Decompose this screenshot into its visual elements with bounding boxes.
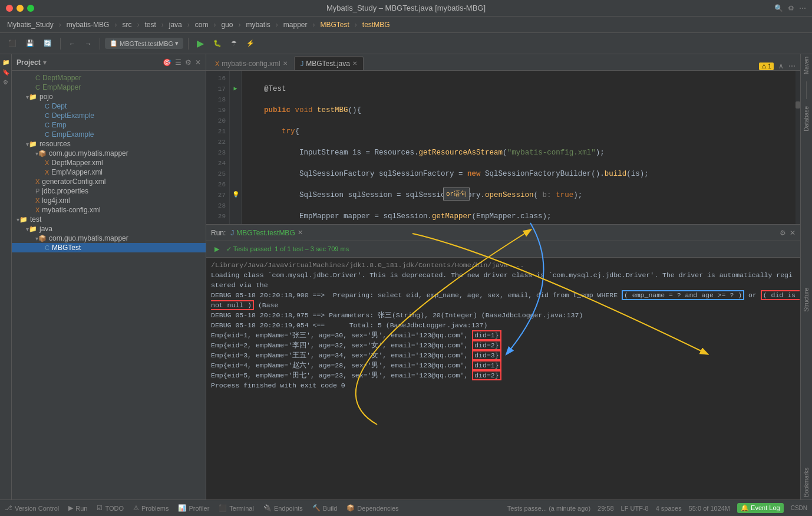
run-tab[interactable]: J MBGTest.testMBG ✕ (230, 229, 302, 237)
sidebar-item-log4j[interactable]: X log4j.xml (12, 196, 206, 205)
sidebar-gear-icon[interactable]: ⚙ (185, 58, 192, 67)
structure-label[interactable]: Structure (803, 288, 810, 312)
breadcrumb-test[interactable]: test (142, 19, 158, 30)
status-run[interactable]: ▶ Run (68, 504, 87, 512)
sidebar-item-java[interactable]: ▾ 📁 java (12, 224, 206, 234)
xml-tab-icon: X (215, 60, 219, 67)
status-profiler[interactable]: 📊 Profiler (178, 504, 209, 512)
sidebar-item-empexample[interactable]: C EmpExample (12, 130, 206, 139)
title-bar-right: 🔍 ⚙ ⋯ (774, 4, 806, 12)
status-todo[interactable]: ☑ TODO (97, 504, 124, 512)
breadcrumb-guo[interactable]: guo (219, 19, 235, 30)
sidebar-item-test-mapper-pkg[interactable]: ▾ 📦 com.guo.mybatis.mapper (12, 234, 206, 243)
breadcrumb-testmbg[interactable]: testMBG (360, 19, 392, 30)
code-line-16: @Test (246, 84, 796, 94)
main-content: 📁 🔖 ⚙ Project ▾ 🎯 ☰ ⚙ ✕ C DeptMapper (0, 54, 812, 499)
search-icon[interactable]: 🔍 (774, 4, 783, 12)
breadcrumb-src[interactable]: src (120, 19, 134, 30)
settings-icon[interactable]: ⚙ (788, 4, 794, 12)
sidebar-item-empmapper-xml[interactable]: X EmpMapper.xml (12, 167, 206, 177)
sidebar-item-test[interactable]: ▾ 📁 test (12, 215, 206, 224)
tree-item-deptmapper-xml: DeptMapper.xml (51, 159, 103, 167)
sidebar-item-generatorconfig[interactable]: X generatorConfig.xml (12, 177, 206, 186)
left-strip-icon-3[interactable]: ⚙ (3, 79, 8, 86)
run-close-icon[interactable]: ✕ (790, 229, 796, 237)
event-log-badge[interactable]: 🔔 Event Log (737, 503, 784, 513)
editor-scrollbar[interactable] (796, 71, 800, 224)
status-dependencies[interactable]: 📦 Dependencies (346, 504, 398, 512)
status-endpoints-label: Endpoints (274, 505, 303, 512)
sidebar-dropdown-icon[interactable]: ▾ (43, 58, 47, 67)
breadcrumb-com[interactable]: com (193, 19, 211, 30)
run-tab-close[interactable]: ✕ (298, 229, 303, 236)
sidebar-item-empmapper[interactable]: C EmpMapper (12, 83, 206, 92)
tab-mbgtest[interactable]: J MBGTest.java ✕ (294, 56, 364, 70)
code-content[interactable]: @Test public void testMBG(){ try{ InputS… (242, 71, 800, 224)
breadcrumb-project[interactable]: Mybatis_Study (5, 19, 56, 30)
run-header: Run: J MBGTest.testMBG ✕ ⚙ ✕ (206, 225, 800, 241)
sidebar-item-resources[interactable]: ▾ 📁 resources (12, 139, 206, 149)
breadcrumb-mbgtest[interactable]: MBGTest (318, 19, 351, 30)
tab-more-icon[interactable]: ⋯ (788, 62, 796, 70)
run-output[interactable]: /Library/Java/JavaVirtualMachines/jdk1.8… (206, 258, 800, 413)
status-version-control[interactable]: ⎇ Version Control (5, 504, 59, 512)
tree-item-test: test (30, 215, 41, 224)
run-settings-icon[interactable]: ⚙ (780, 229, 786, 237)
toolbar-back-btn[interactable]: ← (65, 38, 79, 49)
scrollbar-thumb[interactable] (796, 101, 800, 109)
sidebar-item-pojo[interactable]: ▾ 📁 pojo (12, 92, 206, 101)
close-button[interactable] (6, 5, 13, 12)
run-play-btn[interactable]: ▶ (211, 244, 223, 255)
more-icon[interactable]: ⋯ (799, 4, 806, 12)
tab-expand-icon[interactable]: ∧ (778, 62, 784, 70)
code-editor[interactable]: 16 17 18 19 20 21 22 23 24 25 26 27 28 2… (206, 71, 800, 224)
sidebar-item-jdbc[interactable]: P jdbc.properties (12, 186, 206, 196)
bookmarks-label[interactable]: Bookmarks (803, 468, 810, 497)
tab-close-mybatis[interactable]: ✕ (283, 60, 288, 67)
status-encoding: LF UTF-8 (621, 505, 649, 512)
toolbar-forward-btn[interactable]: → (81, 38, 95, 49)
left-strip-icon-2[interactable]: 🔖 (2, 69, 9, 75)
status-build[interactable]: 🔨 Build (312, 504, 337, 512)
sidebar-close-icon[interactable]: ✕ (195, 58, 201, 67)
sidebar-item-mbgtest[interactable]: C MBGTest (12, 243, 206, 252)
status-endpoints[interactable]: 🔌 Endpoints (263, 504, 303, 512)
tree-item-label: DeptMapper (42, 74, 81, 82)
breadcrumb-java[interactable]: java (167, 19, 184, 30)
toolbar-project-btn[interactable]: ⬛ (5, 38, 20, 49)
sidebar-item-emp[interactable]: C Emp (12, 120, 206, 130)
props-icon: P (35, 188, 39, 195)
traffic-lights[interactable] (6, 5, 34, 12)
database-label[interactable]: Database (803, 106, 810, 132)
toolbar-sync-btn[interactable]: 🔄 (40, 38, 55, 49)
breadcrumb-mapper[interactable]: mapper (281, 19, 310, 30)
profile-btn[interactable]: ⚡ (243, 38, 258, 49)
run-btn[interactable]: ▶ (193, 36, 207, 51)
tab-mybatis-config[interactable]: X mybatis-config.xml ✕ (209, 56, 294, 70)
run-toolbar: ▶ ✓ Tests passed: 1 of 1 test – 3 sec 70… (206, 241, 800, 258)
maximize-button[interactable] (27, 5, 34, 12)
debug-btn[interactable]: 🐛 (210, 38, 225, 49)
breadcrumb-mybatis[interactable]: mybatis (243, 19, 272, 30)
breadcrumb-module[interactable]: mybatis-MBG (64, 19, 112, 30)
tab-close-mbgtest[interactable]: ✕ (352, 60, 357, 67)
left-strip-icon-1[interactable]: 📁 (2, 59, 9, 65)
run-tab-label: MBGTest.testMBG (236, 229, 295, 237)
sidebar-item-deptmapper-xml[interactable]: X DeptMapper.xml (12, 158, 206, 167)
sidebar-locate-icon[interactable]: 🎯 (163, 58, 171, 67)
status-terminal[interactable]: ⬛ Terminal (219, 504, 254, 512)
sidebar-item-dept[interactable]: C Dept (12, 101, 206, 111)
toolbar-save-btn[interactable]: 💾 (22, 38, 38, 49)
coverage-btn[interactable]: ☂ (227, 38, 240, 49)
maven-label[interactable]: Maven (803, 57, 810, 74)
minimize-button[interactable] (16, 5, 24, 12)
right-panel: X mybatis-config.xml ✕ J MBGTest.java ✕ … (206, 54, 800, 499)
run-config-dropdown[interactable]: 📋 MBGTest.testMBG ▾ (105, 38, 183, 49)
sidebar-item-mybatis-config[interactable]: X mybatis-config.xml (12, 205, 206, 215)
toolbar: ⬛ 💾 🔄 ← → 📋 MBGTest.testMBG ▾ ▶ 🐛 ☂ ⚡ (0, 33, 812, 54)
status-problems[interactable]: ⚠ Problems (133, 504, 169, 512)
sidebar-item-deptexample[interactable]: C DeptExample (12, 111, 206, 120)
sidebar-item-mapper-pkg[interactable]: ▾ 📦 com.guo.mybatis.mapper (12, 149, 206, 158)
sidebar-collapse-icon[interactable]: ☰ (175, 58, 181, 67)
sidebar-item-deptmapper[interactable]: C DeptMapper (12, 73, 206, 83)
